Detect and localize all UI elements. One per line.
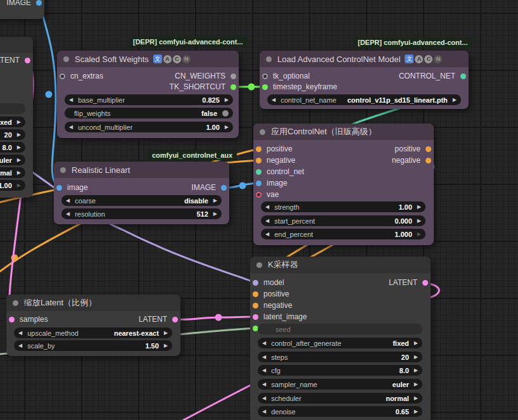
increment-arrow-icon[interactable]: ▶ [414, 367, 418, 373]
decrement-arrow-icon[interactable]: ◀ [18, 343, 22, 348]
widget-seed[interactable]: seed [258, 324, 422, 334]
increment-arrow-icon[interactable]: ▶ [414, 395, 418, 401]
decrement-arrow-icon[interactable]: ◀ [265, 204, 269, 210]
decrement-arrow-icon[interactable]: ◀ [272, 97, 275, 103]
wire-scale-latent-to-ksampler-midpoint-dot[interactable] [215, 314, 222, 321]
widget-strength[interactable]: ◀strength1.00▶ [261, 201, 426, 212]
slot-dot-IMAGE[interactable] [36, 0, 42, 6]
increment-arrow-icon[interactable]: ▶ [17, 170, 21, 175]
increment-arrow-icon[interactable]: ▶ [414, 381, 418, 387]
input-slot-latent_image[interactable]: latent_image [250, 311, 431, 322]
node-ksampler-left-partial[interactable]: K采样器LATENTseed◀control_after_generatefix… [0, 37, 33, 198]
increment-arrow-icon[interactable]: ▶ [213, 198, 217, 203]
node-header-ksampler-main[interactable]: K采样器 [250, 257, 431, 273]
increment-arrow-icon[interactable]: ▶ [213, 211, 217, 217]
output-slot-CONTROL_NET[interactable]: CONTROL_NET [260, 70, 469, 82]
collapse-dot-icon[interactable] [266, 56, 272, 62]
output-slot-negative[interactable]: negative [253, 155, 434, 166]
input-slot-vae[interactable]: vae [253, 189, 434, 200]
collapse-dot-icon[interactable] [63, 56, 69, 62]
decrement-arrow-icon[interactable]: ◀ [18, 330, 22, 336]
input-slot-positive[interactable]: positive [250, 288, 431, 300]
input-slot-control_net[interactable]: control_net [253, 166, 434, 177]
widget-sampler_name[interactable]: ◀sampler_nameeuler▶ [0, 155, 25, 165]
increment-arrow-icon[interactable]: ▶ [164, 343, 168, 348]
wire-lineart-to-apply-image-midpoint-dot[interactable] [239, 182, 246, 189]
toggle-dot-icon[interactable] [222, 110, 229, 117]
increment-arrow-icon[interactable]: ▶ [417, 231, 421, 237]
increment-arrow-icon[interactable]: ▶ [17, 132, 21, 137]
decrement-arrow-icon[interactable]: ◀ [262, 381, 266, 387]
node-header-load-advanced-controlnet-model[interactable]: Load Advanced ControlNet Model文ACN [260, 51, 469, 67]
collapse-dot-icon[interactable] [13, 300, 18, 306]
input-slot-negative[interactable]: negative [250, 300, 431, 311]
widget-denoise[interactable]: ◀denoise0.65▶ [258, 406, 422, 417]
increment-arrow-icon[interactable]: ▶ [225, 97, 229, 103]
widget-base_multiplier[interactable]: ◀base_multiplier0.825▶ [65, 94, 233, 105]
widget-control_after_generate[interactable]: ◀control_after_generatefixed▶ [0, 117, 25, 127]
widget-scheduler[interactable]: ◀schedulernormal▶ [258, 393, 422, 404]
widget-control_net_name[interactable]: ◀control_net_namecontrol_v11p_sd15_linea… [267, 94, 461, 105]
increment-arrow-icon[interactable]: ▶ [225, 124, 229, 130]
widget-start_percent[interactable]: ◀start_percent0.000▶ [261, 215, 426, 226]
widget-cfg[interactable]: ◀cfg8.0▶ [258, 365, 422, 376]
wire-tkshortcut-to-timestep-midpoint-dot[interactable] [248, 84, 255, 91]
widget-scale_by[interactable]: ◀scale_by1.50▶ [14, 340, 172, 351]
decrement-arrow-icon[interactable]: ◀ [66, 211, 70, 217]
collapse-dot-icon[interactable] [260, 129, 265, 135]
slot-dot-vae[interactable] [256, 192, 262, 198]
increment-arrow-icon[interactable]: ▶ [453, 97, 457, 103]
slot-dot-timestep_keyframe[interactable] [262, 84, 268, 90]
node-header-ksampler-left-partial[interactable]: K采样器 [0, 37, 33, 53]
widget-sampler_name[interactable]: ◀sampler_nameeuler▶ [258, 379, 422, 390]
input-slot-image[interactable]: image [253, 177, 434, 189]
slot-dot-latent_image[interactable] [253, 314, 258, 320]
output-slot-LATENT[interactable]: LATENT [0, 54, 33, 66]
decrement-arrow-icon[interactable]: ◀ [262, 409, 266, 414]
slot-dot-negative[interactable] [253, 303, 258, 309]
output-slot-positive[interactable]: positive [253, 143, 434, 155]
node-apply-controlnet-old-advanced[interactable]: 应用ControlNet（旧版高级）positivenegativecontro… [253, 124, 434, 245]
input-slot-timestep_keyframe[interactable]: timestep_keyframe [260, 81, 469, 92]
node-scaled-soft-weights[interactable]: Scaled Soft Weights文ACNcn_extrasCN_WEIGH… [57, 51, 239, 138]
widget-cfg[interactable]: ◀cfg8.0▶ [0, 142, 25, 153]
node-ksampler-main[interactable]: K采样器modelpositivenegativelatent_imageLAT… [250, 257, 431, 420]
increment-arrow-icon[interactable]: ▶ [17, 119, 21, 125]
decrement-arrow-icon[interactable]: ◀ [262, 340, 266, 346]
increment-arrow-icon[interactable]: ▶ [417, 204, 421, 210]
collapse-dot-icon[interactable] [60, 167, 66, 173]
slot-dot-image[interactable] [256, 181, 262, 186]
decrement-arrow-icon[interactable]: ◀ [262, 395, 266, 401]
slot-dot-LATENT[interactable] [25, 58, 30, 63]
increment-arrow-icon[interactable]: ▶ [164, 330, 168, 336]
decrement-arrow-icon[interactable]: ◀ [262, 354, 266, 360]
widget-uncond_multiplier[interactable]: ◀uncond_multiplier1.00▶ [65, 122, 233, 132]
comfyui-graph-viewport[interactable]: { "palette": { "blue": "#54a8e8", "pink"… [0, 0, 518, 420]
decrement-arrow-icon[interactable]: ◀ [66, 198, 70, 203]
output-slot-TK_SHORTCUT[interactable]: TK_SHORTCUT [57, 81, 239, 92]
increment-arrow-icon[interactable]: ▶ [417, 218, 421, 224]
slot-dot-LATENT[interactable] [172, 317, 178, 322]
slot-dot-TK_SHORTCUT[interactable] [231, 84, 236, 90]
slot-dot-positive[interactable] [253, 291, 258, 297]
slot-dot-negative[interactable] [426, 158, 431, 163]
node-realistic-lineart[interactable]: Realistic LineartimageIMAGE◀coarsedisabl… [54, 162, 229, 224]
slot-dot-positive[interactable] [426, 146, 431, 152]
decrement-arrow-icon[interactable]: ◀ [265, 231, 269, 237]
slot-dot-control_net[interactable] [256, 169, 262, 175]
slot-dot-CN_WEIGHTS[interactable] [231, 73, 236, 79]
widget-steps[interactable]: ◀steps20▶ [0, 129, 25, 140]
widget-seed[interactable]: seed [0, 103, 25, 114]
output-slot-CN_WEIGHTS[interactable]: CN_WEIGHTS [57, 70, 239, 82]
node-image-loader-partial[interactable]: IMAGE [0, 0, 44, 19]
increment-arrow-icon[interactable]: ▶ [17, 182, 21, 188]
node-header-scale-latent-ratio[interactable]: 缩放Latent（比例） [6, 295, 180, 311]
widget-resolution[interactable]: ◀resolution512▶ [61, 208, 222, 219]
increment-arrow-icon[interactable]: ▶ [414, 354, 418, 360]
collapse-dot-icon[interactable] [256, 262, 262, 268]
decrement-arrow-icon[interactable]: ◀ [262, 367, 266, 373]
widget-coarse[interactable]: ◀coarsedisable▶ [61, 195, 222, 206]
output-slot-IMAGE[interactable]: IMAGE [54, 182, 229, 193]
widget-scheduler[interactable]: ◀schedulernormal▶ [0, 167, 25, 178]
widget-denoise[interactable]: ◀denoise1.00▶ [0, 180, 25, 191]
